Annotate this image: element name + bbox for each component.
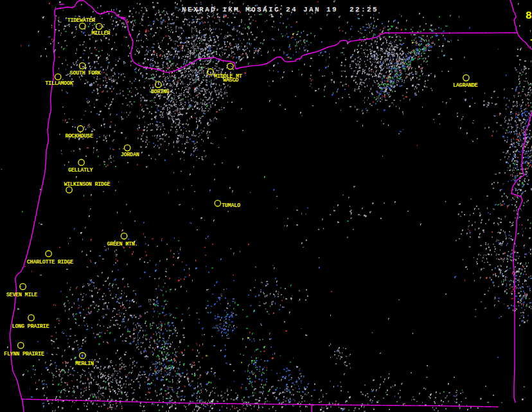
svg-text:LONG PRAIRIE: LONG PRAIRIE	[12, 323, 49, 330]
svg-text:SEVEN MILE: SEVEN MILE	[6, 292, 37, 298]
svg-text:WASCO: WASCO	[223, 77, 238, 84]
svg-text:TUMALO: TUMALO	[222, 202, 240, 209]
svg-text:JORDAN: JORDAN	[121, 152, 139, 158]
svg-text:GREEN MTN.: GREEN MTN.	[107, 241, 137, 247]
svg-text:SOUTH FORK: SOUTH FORK	[70, 70, 102, 76]
svg-text:MERLIN: MERLIN	[75, 361, 94, 367]
svg-text:LAGRANDE: LAGRANDE	[453, 82, 478, 89]
svg-text:MILLER: MILLER	[91, 30, 111, 37]
svg-text:BORING: BORING	[151, 89, 170, 95]
svg-text:8: 8	[526, 10, 532, 22]
svg-text:TILLAMOOK: TILLAMOOK	[45, 80, 73, 87]
svg-text:WILKINSON RIDGE: WILKINSON RIDGE	[64, 181, 110, 188]
svg-text:NEXRAD 1KM MOSAIC 24 JAN 19 2: NEXRAD 1KM MOSAIC 24 JAN 19 22:25	[182, 6, 378, 13]
svg-text:TIDEWATER: TIDEWATER	[67, 17, 96, 24]
svg-text:FLYNN PRAIRIE: FLYNN PRAIRIE	[4, 351, 44, 357]
svg-text:GELLATLY: GELLATLY	[68, 167, 94, 174]
svg-text:CHARLOTTE RIDGE: CHARLOTTE RIDGE	[27, 259, 73, 265]
svg-text:ROCKHOUSE: ROCKHOUSE	[66, 133, 93, 139]
